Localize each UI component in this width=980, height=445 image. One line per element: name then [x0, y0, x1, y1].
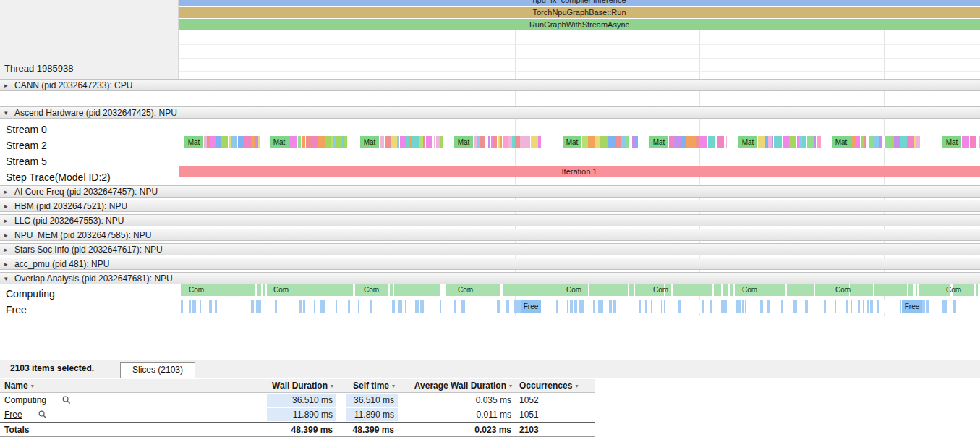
slice-segment[interactable] — [710, 300, 711, 313]
slice-segment[interactable] — [344, 136, 347, 148]
slice-segment[interactable] — [745, 300, 746, 313]
gap[interactable] — [873, 284, 874, 296]
section-llc[interactable]: ▸LLC (pid 2032647553): NPU — [0, 214, 980, 226]
slice-segment[interactable] — [794, 300, 796, 313]
slice-segment[interactable] — [772, 136, 773, 148]
slice-segment[interactable] — [320, 300, 323, 313]
slice-segment[interactable] — [581, 300, 584, 313]
slice-segment[interactable] — [871, 300, 872, 313]
gap[interactable] — [634, 284, 636, 296]
slice-segment[interactable] — [923, 300, 925, 313]
slice-segment[interactable] — [863, 300, 864, 313]
slice-segment[interactable] — [873, 136, 879, 148]
free-track[interactable]: FreeFree — [179, 300, 980, 313]
section-stars-soc-info[interactable]: ▸Stars Soc Info (pid 2032647617): NPU — [0, 243, 980, 255]
sort-icon[interactable]: ▾ — [31, 383, 34, 389]
com-label[interactable]: Com — [189, 284, 218, 296]
slice-segment[interactable] — [210, 136, 216, 148]
slice-segment[interactable] — [867, 300, 869, 313]
mat-slice[interactable]: Mat — [649, 136, 668, 148]
slice-segment[interactable] — [275, 300, 277, 313]
slice-segment[interactable] — [400, 300, 402, 313]
slice-segment[interactable] — [488, 136, 490, 148]
slice-segment[interactable] — [725, 300, 727, 313]
slice-segment[interactable] — [805, 300, 808, 313]
iteration-bar[interactable]: Iteration 1 — [179, 166, 980, 177]
slice-torch-npu-graph-base-run[interactable]: TorchNpuGraphBase::Run — [179, 7, 980, 18]
slice-segment[interactable] — [192, 300, 195, 313]
free-slice[interactable]: Free — [902, 300, 922, 313]
expander-icon[interactable]: ▾ — [4, 109, 11, 116]
slice-segment[interactable] — [817, 136, 821, 148]
slice-segment[interactable] — [251, 300, 254, 313]
com-label[interactable]: Com — [273, 284, 302, 296]
sort-icon[interactable]: ▾ — [509, 383, 512, 389]
mat-slice[interactable]: Mat — [563, 136, 581, 148]
slice-segment[interactable] — [723, 300, 725, 313]
mat-slice[interactable]: Mat — [184, 136, 203, 148]
slice-segment[interactable] — [814, 136, 816, 148]
slice-segment[interactable] — [942, 300, 944, 313]
slice-segment[interactable] — [231, 136, 238, 148]
gap[interactable] — [261, 284, 263, 296]
slice-segment[interactable] — [856, 136, 860, 148]
slice-segment[interactable] — [314, 300, 315, 313]
slice-segment[interactable] — [789, 136, 796, 148]
com-label[interactable]: Com — [364, 284, 393, 296]
slice-segment[interactable] — [846, 300, 848, 313]
slice-segment[interactable] — [916, 136, 920, 148]
slice-segment[interactable] — [639, 300, 641, 313]
slice-segment[interactable] — [900, 136, 907, 148]
slice-segment[interactable] — [802, 136, 806, 148]
slice-segment[interactable] — [595, 136, 600, 148]
slice-segment[interactable] — [480, 136, 485, 148]
slice-segment[interactable] — [251, 136, 255, 148]
section-ascend-hardware[interactable]: ▾Ascend Hardware (pid 2032647425): NPU — [0, 106, 980, 119]
slice-segment[interactable] — [303, 300, 306, 313]
slice-segment[interactable] — [582, 136, 588, 148]
section-hbm[interactable]: ▸HBM (pid 2032647521): NPU — [0, 200, 980, 212]
slice-segment[interactable] — [953, 300, 956, 313]
slice-segment[interactable] — [298, 136, 301, 148]
expander-icon[interactable]: ▸ — [4, 232, 11, 239]
slice-segment[interactable] — [556, 300, 559, 313]
slice-segment[interactable] — [385, 136, 391, 148]
slice-segment[interactable] — [493, 136, 497, 148]
slice-segment[interactable] — [927, 300, 929, 313]
gap[interactable] — [728, 284, 731, 296]
slice-segment[interactable] — [436, 136, 440, 148]
slice-segment[interactable] — [434, 136, 435, 148]
slice-segment[interactable] — [600, 136, 608, 148]
slice-segment[interactable] — [312, 136, 318, 148]
mat-slice[interactable]: Mat — [454, 136, 473, 148]
column-header-self-time[interactable]: Self time▾ — [336, 381, 398, 391]
slice-segment[interactable] — [781, 300, 783, 313]
expander-icon[interactable]: ▸ — [4, 188, 11, 195]
slice-segment[interactable] — [574, 300, 577, 313]
slice-segment[interactable] — [674, 136, 681, 148]
free-slice[interactable]: Free — [521, 300, 541, 313]
gap[interactable] — [721, 284, 723, 296]
stream2-track[interactable]: MatMatMatMatMatMatMatMatMat — [179, 136, 980, 148]
expander-icon[interactable]: ▸ — [4, 260, 11, 268]
slice-segment[interactable] — [256, 300, 258, 313]
slice-segment[interactable] — [380, 136, 384, 148]
slice-segment[interactable] — [690, 136, 696, 148]
column-header-average-wall-duration[interactable]: Average Wall Duration▾ — [398, 381, 515, 391]
slice-segment[interactable] — [415, 300, 417, 313]
slice-segment[interactable] — [608, 136, 616, 148]
slice-segment[interactable] — [440, 136, 443, 148]
com-label[interactable]: Com — [946, 284, 975, 296]
row-name-link[interactable]: Computing — [4, 395, 46, 405]
slice-segment[interactable] — [503, 136, 508, 148]
com-label[interactable]: Com — [742, 284, 771, 296]
column-header-occurrences[interactable]: Occurrences▾ — [515, 381, 595, 391]
slice-segment[interactable] — [392, 300, 395, 313]
slice-run-graph-with-stream-async[interactable]: RunGraphWithStreamAsync — [179, 19, 980, 30]
slice-segment[interactable] — [239, 300, 240, 313]
row-name-link[interactable]: Free — [4, 410, 22, 420]
slice-segment[interactable] — [258, 300, 261, 313]
slice-segment[interactable] — [440, 300, 442, 313]
slice-segment[interactable] — [877, 300, 879, 313]
slice-segment[interactable] — [885, 136, 892, 148]
